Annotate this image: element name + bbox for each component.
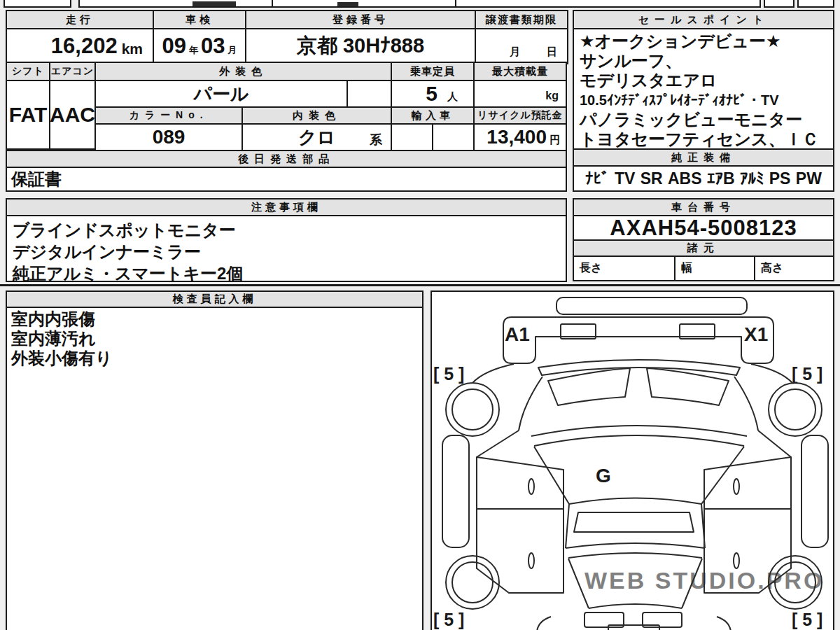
spec-height-label: 高さ xyxy=(761,261,783,276)
shift-header: シフト xyxy=(6,62,50,81)
fender-right xyxy=(734,377,758,430)
inspector-notes-label: 検査員記入欄 xyxy=(173,293,257,306)
import-value-cell-1 xyxy=(391,123,433,151)
note-line: デジタルインナーミラー xyxy=(13,241,560,262)
cut-text-fragment xyxy=(192,1,236,6)
wheel-rear-left-inner xyxy=(452,562,493,603)
inspection-label: 車検 xyxy=(186,13,214,27)
equipment-item: ｴｱB xyxy=(707,169,735,188)
mileage-header: 走行 xyxy=(6,10,154,29)
front-panel xyxy=(503,317,774,363)
equipment-label: 純正装備 xyxy=(671,151,736,164)
inspector-note-line: 室内薄汚れ xyxy=(11,329,418,349)
exterior-color-name: パール xyxy=(193,82,248,106)
spec-height-cell: 高さ xyxy=(754,255,834,281)
equipment-item: ﾅﾋﾞ xyxy=(585,169,610,188)
interior-color-name: クロ xyxy=(298,125,335,150)
sales-point-line: パノラミックビューモニター xyxy=(580,110,827,130)
recycle-fee-number: 13,400 xyxy=(486,126,547,148)
top-cut-row-segment xyxy=(764,0,794,8)
capacity-label: 乗車定員 xyxy=(410,65,455,78)
door-handle-right-front xyxy=(734,479,739,494)
fender-left xyxy=(519,377,542,430)
inspection-year-unit: 年 xyxy=(189,44,198,57)
tire-mark-rear-right: [ 5 ] xyxy=(792,610,822,629)
top-cut-row-segment xyxy=(797,0,834,8)
interior-color-label: 内装色 xyxy=(293,109,341,122)
wheel-front-right xyxy=(769,383,822,436)
hood-side-right xyxy=(701,447,744,504)
rear-bumper-corner-left xyxy=(537,617,551,630)
tire-mark-rear-left: [ 5 ] xyxy=(433,610,464,629)
sales-point-line: サンルーフ、 xyxy=(580,51,827,71)
section-divider xyxy=(0,284,840,286)
sales-point-line: ★オークションデビュー★ xyxy=(580,31,827,51)
car-diagram: WEB STUDIO.PRO A1 X1 G [ xyxy=(432,292,833,630)
shipping-label: 後日発送部品 xyxy=(238,153,335,166)
equipment-row: ﾅﾋﾞ TV SR ABS ｴｱB ｱﾙﾐ PS PW xyxy=(573,165,834,192)
spec-length-cell: 長さ xyxy=(573,255,676,281)
color-no-header: カラーNo. xyxy=(94,106,243,125)
auction-sheet: { "table": { "mileage": {"label": "走行", … xyxy=(0,0,840,630)
recycle-fee-label: リサイクル預託金 xyxy=(477,109,563,122)
spec-width-label: 幅 xyxy=(681,261,692,276)
notes-content: ブラインドスポットモニター デジタルインナーミラー 純正アルミ・スマートキー2個 xyxy=(6,215,567,282)
rear-deck-arc xyxy=(589,604,682,608)
aircon-label: エアコン xyxy=(51,65,94,78)
inspection-header: 車検 xyxy=(153,10,246,29)
mileage-unit: km xyxy=(122,41,143,57)
inspection-value: 09 年 03 月 xyxy=(153,28,246,64)
wheel-front-left xyxy=(446,383,499,436)
equipment-item: SR xyxy=(640,169,663,188)
color-no-number: 089 xyxy=(153,126,186,148)
equipment-item: ABS xyxy=(668,169,702,188)
registration-number: 京都 30Hﾅ888 xyxy=(297,32,424,60)
cabin-side-left xyxy=(566,504,569,548)
mileage-label: 走行 xyxy=(66,13,94,27)
inspector-notes-header: 検査員記入欄 xyxy=(6,290,424,308)
equipment-item: PS xyxy=(769,169,791,188)
top-cut-row-segment xyxy=(78,0,273,8)
door-handle-left-front xyxy=(528,479,534,494)
transfer-day-unit: 日 xyxy=(547,46,557,59)
sales-point-line: 10.5ｲﾝﾁﾃﾞｨｽﾌﾟﾚｲｵｰﾃﾞｨｵﾅﾋﾞ・TV xyxy=(580,90,827,110)
cabin-front-arc xyxy=(569,498,701,505)
note-line: 純正アルミ・スマートキー2個 xyxy=(13,262,560,284)
side-sill-left xyxy=(442,435,469,547)
inspection-year: 09 xyxy=(162,34,186,59)
chassis-number-value: AXAH54-5008123 xyxy=(573,215,834,241)
exterior-color-label: 外装色 xyxy=(219,65,267,78)
tire-mark-front-right: [ 5 ] xyxy=(792,364,822,384)
notes-label: 注意事項欄 xyxy=(251,201,321,214)
color-no-label: カラーNo. xyxy=(129,109,208,122)
specs-label: 諸元 xyxy=(687,241,720,255)
tire-mark-front-left: [ 5 ] xyxy=(433,364,464,384)
capacity-header: 乗車定員 xyxy=(391,62,475,81)
mileage-number: 16,202 xyxy=(51,34,118,59)
equipment-header: 純正装備 xyxy=(573,148,834,167)
sales-points-label: セールスポイント xyxy=(638,13,769,27)
car-diagram-box: WEB STUDIO.PRO A1 X1 G [ xyxy=(430,290,834,630)
mark-front-right: X1 xyxy=(744,323,768,345)
spec-length-label: 長さ xyxy=(580,261,602,276)
exterior-color-extra-cell xyxy=(346,80,392,108)
capacity-value: 5 人 xyxy=(391,80,475,108)
wheel-rear-left xyxy=(446,556,499,609)
registration-value: 京都 30Hﾅ888 xyxy=(245,28,476,64)
chassis-number: AXAH54-5008123 xyxy=(610,216,797,241)
spec-width-cell: 幅 xyxy=(674,255,755,281)
aircon-type: AAC xyxy=(50,103,95,127)
cowl-arc-upper xyxy=(531,426,747,436)
import-header: 輸入車 xyxy=(391,106,475,125)
recycle-fee-header: リサイクル預託金 xyxy=(473,106,567,125)
chassis-number-header: 車台番号 xyxy=(573,198,834,216)
side-sill-right xyxy=(802,435,828,547)
aircon-header: エアコン xyxy=(49,62,96,81)
shipping-value: 保証書 xyxy=(6,167,567,192)
shipping-header: 後日発送部品 xyxy=(6,150,567,168)
cowl-arc-lower xyxy=(534,435,744,446)
registration-header: 登録番号 xyxy=(245,10,476,29)
sales-points-header: セールスポイント xyxy=(573,10,834,29)
specs-header: 諸元 xyxy=(573,239,834,257)
mark-glass: G xyxy=(596,465,611,486)
